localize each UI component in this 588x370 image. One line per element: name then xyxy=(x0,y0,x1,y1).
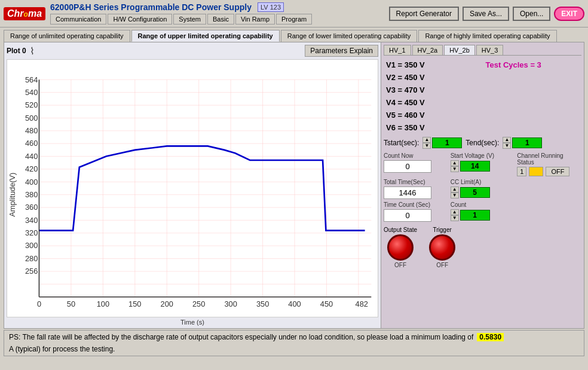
sv-spinners: ▲ ▼ xyxy=(451,160,459,172)
logo: Chroma xyxy=(4,7,45,20)
exit-button[interactable]: EXIT xyxy=(554,7,584,21)
count-now-group: Count Now xyxy=(384,152,448,176)
range-tab-unlimited[interactable]: Range of unlimited operating capability xyxy=(4,30,130,42)
svg-text:340: 340 xyxy=(25,216,38,225)
sv-down-button[interactable]: ▼ xyxy=(451,166,459,172)
count-down-button[interactable]: ▼ xyxy=(451,215,459,221)
v5-param: V5 = 460 V xyxy=(384,109,482,121)
svg-text:100: 100 xyxy=(97,299,109,308)
tend-up-button[interactable]: ▲ xyxy=(503,137,511,143)
tstart-input[interactable] xyxy=(432,137,462,148)
report-generator-button[interactable]: Report Generator xyxy=(389,7,459,21)
tend-spinners: ▲ ▼ xyxy=(503,137,511,149)
count-now-input[interactable] xyxy=(384,160,431,173)
start-voltage-label: Start Voltage (V) xyxy=(451,152,515,159)
svg-text:460: 460 xyxy=(25,139,38,148)
header: Chroma 62000P&H Series Programmable DC P… xyxy=(0,0,588,27)
chart-toolbar: Plot 0 ⌇ Parameters Explain xyxy=(7,45,378,57)
cc-limit-input[interactable] xyxy=(460,187,490,198)
right-header: Report Generator Save As... Open... EXIT xyxy=(389,7,584,21)
start-voltage-input[interactable] xyxy=(460,161,490,172)
tend-down-button[interactable]: ▼ xyxy=(503,143,511,149)
cc-limit-label: CC Limit(A) xyxy=(451,179,515,185)
hv-tab-2b[interactable]: HV_2b xyxy=(444,45,475,55)
time-count-label: Time Count (Sec) xyxy=(384,201,448,208)
v3-param: V3 = 470 V xyxy=(384,84,482,96)
svg-text:0: 0 xyxy=(37,299,41,308)
time-count-input[interactable] xyxy=(384,209,431,222)
nav-tab-basic[interactable]: Basic xyxy=(207,14,234,25)
start-voltage-group: Start Voltage (V) ▲ ▼ xyxy=(451,152,515,176)
nav-tab-communication[interactable]: Communication xyxy=(50,14,106,25)
cc-down-button[interactable]: ▼ xyxy=(451,192,459,198)
channel-number: 1 xyxy=(517,167,526,176)
output-state-label: Output State xyxy=(384,227,417,233)
channel-indicator xyxy=(529,167,543,176)
tend-control: ▲ ▼ xyxy=(503,137,542,149)
svg-text:482: 482 xyxy=(356,299,368,308)
output-state-button[interactable] xyxy=(387,234,414,261)
trigger-group: Trigger OFF xyxy=(429,227,455,268)
chart-area: 564 540 520 500 480 460 440 420 400 380 … xyxy=(7,59,378,317)
count-label: Count xyxy=(451,201,515,208)
hv-tab-3[interactable]: HV_3 xyxy=(476,45,504,55)
trigger-button[interactable] xyxy=(429,234,455,261)
count-up-button[interactable]: ▲ xyxy=(451,209,459,215)
note-text-after: A (typical) for process the testing. xyxy=(9,345,115,353)
svg-text:200: 200 xyxy=(161,299,173,308)
output-trigger-row: Output State OFF Trigger OFF xyxy=(384,227,581,268)
v2-param: V2 = 450 V xyxy=(384,72,482,83)
svg-rect-0 xyxy=(7,67,378,310)
svg-text:350: 350 xyxy=(256,299,269,308)
note-text-before: PS: The fall rate will be affected by th… xyxy=(9,333,473,341)
range-tabs: Range of unlimited operating capability … xyxy=(0,27,588,42)
main-content: Plot 0 ⌇ Parameters Explain xyxy=(4,42,584,329)
v4-param: V4 = 450 V xyxy=(384,97,482,108)
count-now-label: Count Now xyxy=(384,152,448,159)
count-spinners: ▲ ▼ xyxy=(451,209,459,221)
title-area: 62000P&H Series Programmable DC Power Su… xyxy=(50,2,312,25)
chart-svg: 564 540 520 500 480 460 440 420 400 380 … xyxy=(7,60,378,317)
svg-text:400: 400 xyxy=(25,178,38,186)
nav-tab-vinramp[interactable]: Vin Ramp xyxy=(235,14,275,25)
logo-accent: o xyxy=(24,10,28,19)
svg-text:50: 50 xyxy=(67,299,75,308)
nav-tab-program[interactable]: Program xyxy=(276,14,312,25)
voltage-params: V1 = 350 V Test Cycles = 3 V2 = 450 V V3… xyxy=(384,59,581,133)
svg-text:300: 300 xyxy=(25,241,38,250)
parameters-explain-button[interactable]: Parameters Explain xyxy=(305,45,378,57)
total-time-input[interactable] xyxy=(384,186,431,199)
nav-tab-system[interactable]: System xyxy=(173,14,206,25)
save-as-button[interactable]: Save As... xyxy=(463,7,509,21)
waveform-icon: ⌇ xyxy=(30,45,35,57)
tstart-spinners: ▲ ▼ xyxy=(422,137,431,149)
hv-tab-1[interactable]: HV_1 xyxy=(384,45,411,55)
range-tab-upper[interactable]: Range of upper limited operating capabil… xyxy=(131,30,280,42)
cc-up-button[interactable]: ▲ xyxy=(451,186,459,192)
tstart-up-button[interactable]: ▲ xyxy=(422,137,431,143)
svg-text:400: 400 xyxy=(288,299,301,308)
count-input[interactable] xyxy=(460,210,490,221)
right-panel: HV_1 HV_2a HV_2b HV_3 V1 = 350 V Test Cy… xyxy=(381,42,584,328)
hv-tab-2a[interactable]: HV_2a xyxy=(412,45,443,55)
svg-text:300: 300 xyxy=(224,299,237,308)
nav-tab-hwconfig[interactable]: H/W Configuration xyxy=(108,14,172,25)
sv-up-button[interactable]: ▲ xyxy=(451,160,459,166)
note-highlight-value: 0.5830 xyxy=(477,333,504,341)
svg-text:420: 420 xyxy=(25,164,38,173)
range-tab-highly[interactable]: Range of highly limited operating capabi… xyxy=(418,30,556,42)
tstart-down-button[interactable]: ▼ xyxy=(422,143,431,149)
svg-text:440: 440 xyxy=(25,152,38,161)
open-button[interactable]: Open... xyxy=(513,7,550,21)
chart-panel: Plot 0 ⌇ Parameters Explain xyxy=(4,42,381,328)
lv-badge: LV 123 xyxy=(258,2,284,12)
x-axis-label: Time (s) xyxy=(7,317,378,326)
app-title: 62000P&H Series Programmable DC Power Su… xyxy=(50,2,252,12)
trigger-off-label: OFF xyxy=(436,262,448,268)
range-tab-lower[interactable]: Range of lower limited operating capabil… xyxy=(281,30,418,42)
tend-input[interactable] xyxy=(512,137,542,148)
svg-text:520: 520 xyxy=(25,100,38,109)
channel-status-row: 1 OFF xyxy=(517,167,581,176)
channel-off-label: OFF xyxy=(546,167,569,176)
tstart-control: ▲ ▼ xyxy=(422,137,462,149)
